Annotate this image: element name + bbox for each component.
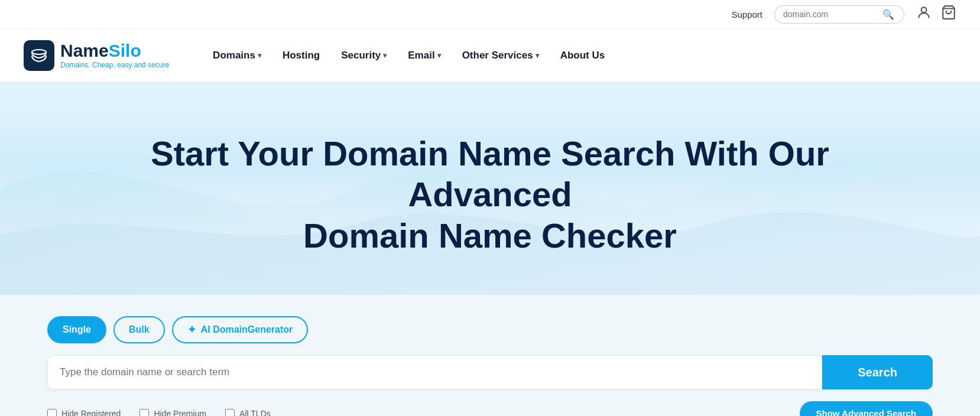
hide-registered-option[interactable]: Hide Registered <box>47 409 121 417</box>
top-bar: Support 🔍 <box>0 0 980 29</box>
nav-item-security[interactable]: Security ▾ <box>333 45 395 66</box>
search-row: Search <box>47 355 933 389</box>
main-nav: Domains ▾ Hosting Security ▾ Email ▾ Oth… <box>205 45 956 66</box>
hero-content: Start Your Domain Name Search With Our A… <box>112 98 868 280</box>
advanced-search-button[interactable]: Show Advanced Search <box>800 401 933 416</box>
hide-registered-checkbox[interactable] <box>47 409 57 417</box>
nav-item-about-us[interactable]: About Us <box>552 45 614 66</box>
svg-point-0 <box>921 7 927 12</box>
logo-name-part1: Name <box>60 41 109 60</box>
logo[interactable]: NameSilo Domains. Cheap, easy and secure <box>24 40 169 71</box>
header: NameSilo Domains. Cheap, easy and secure… <box>0 29 980 82</box>
sparkle-icon: ✦ <box>187 323 196 336</box>
top-search-bar: 🔍 <box>774 5 904 24</box>
chevron-down-icon: ▾ <box>383 51 387 60</box>
nav-item-other-services[interactable]: Other Services ▾ <box>454 45 547 66</box>
chevron-down-icon: ▾ <box>536 51 539 60</box>
nav-item-domains[interactable]: Domains ▾ <box>205 45 270 66</box>
hide-premium-option[interactable]: Hide Premium <box>139 409 206 417</box>
logo-icon <box>24 40 54 71</box>
logo-text: NameSilo Domains. Cheap, easy and secure <box>60 42 169 69</box>
search-input-wrapper <box>47 355 822 389</box>
domain-search-input[interactable] <box>60 356 810 389</box>
account-icon[interactable] <box>916 5 932 24</box>
chevron-down-icon: ▾ <box>437 51 441 60</box>
search-section: Single Bulk ✦ AI DomainGenerator Search … <box>0 295 980 416</box>
cart-icon[interactable] <box>941 5 956 24</box>
top-search-input[interactable] <box>783 9 878 19</box>
hero-title: Start Your Domain Name Search With Our A… <box>135 133 845 256</box>
logo-tagline: Domains. Cheap, easy and secure <box>60 61 169 69</box>
tab-ai-generator[interactable]: ✦ AI DomainGenerator <box>172 316 309 343</box>
search-options: Hide Registered Hide Premium All TLDs Sh… <box>47 401 933 416</box>
nav-item-email[interactable]: Email ▾ <box>400 45 449 66</box>
svg-point-2 <box>32 50 46 54</box>
all-tlds-checkbox[interactable] <box>225 409 235 417</box>
tab-bulk[interactable]: Bulk <box>113 316 165 343</box>
top-icons <box>916 5 956 24</box>
logo-name-part2: Silo <box>109 41 141 60</box>
hero-section: Start Your Domain Name Search With Our A… <box>0 82 980 295</box>
nav-item-hosting[interactable]: Hosting <box>274 45 328 66</box>
support-link[interactable]: Support <box>731 9 762 20</box>
search-button[interactable]: Search <box>822 355 933 389</box>
search-tabs: Single Bulk ✦ AI DomainGenerator <box>47 316 933 343</box>
top-search-icon[interactable]: 🔍 <box>882 9 894 20</box>
hide-premium-checkbox[interactable] <box>139 409 149 417</box>
logo-name: NameSilo <box>60 42 169 60</box>
all-tlds-option[interactable]: All TLDs <box>225 409 271 417</box>
tab-single[interactable]: Single <box>47 316 106 343</box>
chevron-down-icon: ▾ <box>258 51 261 60</box>
